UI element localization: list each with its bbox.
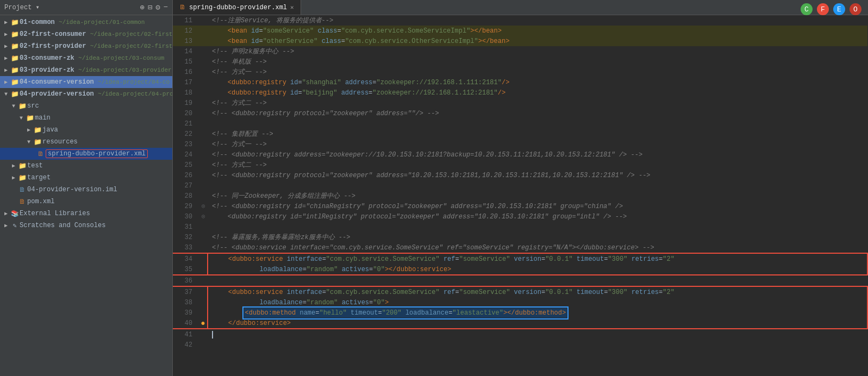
tab-label: spring-dubbo-provider.xml bbox=[189, 4, 287, 11]
sidebar-icon-collapse[interactable]: ⊟ bbox=[148, 3, 152, 12]
folder-icon: 📁 bbox=[33, 138, 42, 146]
code-line: <!-- 方式二 --> bbox=[208, 98, 867, 108]
sidebar-header: Project ▾ ⊕ ⊟ ⚙ − bbox=[0, 0, 172, 15]
sidebar-item-java[interactable]: ▶ 📁 java bbox=[0, 124, 172, 136]
arrow-icon: ▶ bbox=[10, 174, 17, 181]
sidebar-icon-sync[interactable]: ⊕ bbox=[140, 3, 144, 12]
arrow-icon: ▶ bbox=[2, 43, 10, 49]
sidebar-item-03-provider-zk[interactable]: ▶ 📁 03-provider-zk ~/idea-project/03-pro… bbox=[0, 64, 172, 76]
line-number: 37 bbox=[173, 286, 199, 297]
sidebar-item-label: pom.xml bbox=[27, 198, 54, 205]
table-row: 21 bbox=[173, 118, 867, 129]
sidebar-item-label: 02-first-consumer ~/idea-project/02-firs… bbox=[20, 30, 172, 38]
table-row: 32 <!-- 暴露服务,将服务暴露给zk服务中心 --> bbox=[173, 232, 867, 242]
line-marker bbox=[199, 118, 208, 129]
sidebar-item-external-libraries[interactable]: ▶ 📚 External Libraries bbox=[0, 208, 172, 220]
xml-file-icon: 🗎 bbox=[36, 150, 46, 158]
sidebar-item-scratches-consoles[interactable]: ▶ ✎ Scratches and Consoles bbox=[0, 220, 172, 231]
line-number: 35 bbox=[173, 264, 199, 275]
arrow-icon: ▶ bbox=[2, 55, 10, 61]
table-row: 29 ◎ <!-- <dubbo:registry id="chinaRegis… bbox=[173, 201, 867, 211]
line-marker: ◎ bbox=[199, 211, 208, 222]
sidebar-title: Project ▾ bbox=[4, 3, 140, 11]
line-number: 32 bbox=[173, 232, 199, 242]
table-row: 14 <!-- 声明zk服务中心 --> bbox=[173, 46, 867, 57]
edge-icon[interactable]: E bbox=[833, 3, 845, 15]
sidebar-icon-minus[interactable]: − bbox=[164, 3, 168, 12]
code-line: <!-- <dubbo:service interface="com.cyb.s… bbox=[208, 242, 867, 253]
line-number: 38 bbox=[173, 297, 199, 308]
sidebar-item-test[interactable]: ▶ 📁 test bbox=[0, 160, 172, 172]
line-marker bbox=[199, 160, 208, 170]
line-number: 29 bbox=[173, 201, 199, 211]
sidebar-item-label: src bbox=[27, 102, 39, 110]
editor-tab-spring-dubbo[interactable]: 🗎 spring-dubbo-provider.xml ✕ bbox=[173, 0, 301, 15]
sidebar-item-03-consumer-zk[interactable]: ▶ 📁 03-consumer-zk ~/idea-project/03-con… bbox=[0, 52, 172, 64]
sidebar-item-04-consumer-version[interactable]: ▶ 📁 04-consumer-version ~/idea-project/0… bbox=[0, 76, 172, 88]
line-number: 27 bbox=[173, 180, 199, 191]
sidebar-item-label: 01-common ~/idea-project/01-common bbox=[20, 18, 145, 26]
table-row: 17 <dubbo:registry id="shanghai" address… bbox=[173, 77, 867, 87]
folder-icon: 📁 bbox=[17, 102, 27, 110]
code-line: <!-- <dubbo:registry protocol="zookeeper… bbox=[208, 170, 867, 180]
sidebar-item-label: 03-provider-zk ~/idea-project/03-provide… bbox=[20, 66, 172, 74]
chrome-icon[interactable]: C bbox=[801, 3, 813, 15]
line-marker bbox=[199, 87, 208, 98]
folder-icon: 📁 bbox=[10, 54, 20, 62]
line-marker bbox=[199, 57, 208, 67]
line-number: 40 bbox=[173, 318, 199, 329]
sidebar-item-spring-dubbo-provider-xml[interactable]: 🗎 spring-dubbo-provider.xml bbox=[0, 148, 172, 160]
code-line: loadbalance="random" actives="0"> bbox=[208, 297, 867, 308]
firefox-icon[interactable]: F bbox=[817, 3, 829, 15]
code-line bbox=[208, 340, 867, 350]
code-line: <dubbo:method name="hello" timeout="200"… bbox=[208, 308, 867, 318]
sidebar-item-01-common[interactable]: ▶ 📁 01-common ~/idea-project/01-common bbox=[0, 16, 172, 28]
table-row: 22 <!-- 集群配置 --> bbox=[173, 129, 867, 139]
sidebar-item-main[interactable]: ▼ 📁 main bbox=[0, 112, 172, 124]
sidebar-item-resources[interactable]: ▼ 📁 resources bbox=[0, 136, 172, 148]
arrow-icon: ▼ bbox=[17, 115, 25, 121]
code-line: </dubbo:service> bbox=[208, 318, 867, 329]
table-row: 27 bbox=[173, 180, 867, 191]
sidebar-item-04-provider-version[interactable]: ▼ 📁 04-provider-version ~/idea-project/0… bbox=[0, 88, 172, 100]
sidebar-item-target[interactable]: ▶ 📁 target bbox=[0, 172, 172, 184]
sidebar-item-label: 03-consumer-zk ~/idea-project/03-consum bbox=[20, 54, 164, 62]
table-row: 33 <!-- <dubbo:service interface="com.cy… bbox=[173, 242, 867, 253]
code-line: <!-- 声明zk服务中心 --> bbox=[208, 46, 867, 57]
sidebar-item-pom-xml[interactable]: 🗎 pom.xml bbox=[0, 196, 172, 208]
code-line: <!-- 单机版 --> bbox=[208, 57, 867, 67]
sidebar-item-02-first-provider[interactable]: ▶ 📁 02-first-provider ~/idea-project/02-… bbox=[0, 40, 172, 52]
table-row: 24 <!-- <dubbo:registry address="zookeep… bbox=[173, 149, 867, 160]
sidebar-item-src[interactable]: ▼ 📁 src bbox=[0, 100, 172, 112]
opera-icon[interactable]: O bbox=[850, 3, 861, 15]
folder-icon: 📁 bbox=[17, 174, 27, 182]
arrow-icon: ▶ bbox=[2, 210, 10, 217]
editor-content[interactable]: 11 <!--注册Service, 将服务的提供者--> 12 <bean id… bbox=[173, 15, 868, 376]
table-row: 39 <dubbo:method name="hello" timeout="2… bbox=[173, 308, 867, 318]
sidebar-item-02-first-consumer[interactable]: ▶ 📁 02-first-consumer ~/idea-project/02-… bbox=[0, 28, 172, 40]
line-number: 22 bbox=[173, 129, 199, 139]
table-row: 40 ● </dubbo:service> bbox=[173, 318, 867, 329]
line-marker bbox=[199, 222, 208, 232]
code-line: <bean id="otherService" class="com.cyb.s… bbox=[208, 36, 867, 46]
arrow-icon: ▼ bbox=[25, 139, 33, 145]
sidebar-header-icons[interactable]: ⊕ ⊟ ⚙ − bbox=[140, 3, 168, 12]
table-row: 15 <!-- 单机版 --> bbox=[173, 57, 867, 67]
tab-close-button[interactable]: ✕ bbox=[290, 4, 294, 11]
code-line: <!-- 方式一 --> bbox=[208, 67, 867, 77]
line-marker bbox=[199, 232, 208, 242]
sidebar-item-label: 04-consumer-version ~/idea-project/04-co bbox=[20, 78, 170, 86]
xml-file-icon: 🗎 bbox=[17, 198, 27, 206]
line-number: 14 bbox=[173, 46, 199, 57]
line-marker bbox=[199, 308, 208, 318]
line-number: 16 bbox=[173, 67, 199, 77]
arrow-icon: ▼ bbox=[10, 103, 17, 109]
sidebar-item-iml[interactable]: 🗎 04-provider-version.iml bbox=[0, 184, 172, 196]
table-row: 41 bbox=[173, 329, 867, 340]
sidebar-icon-gear[interactable]: ⚙ bbox=[155, 3, 160, 12]
browser-icons-toolbar: C F E O bbox=[801, 3, 861, 15]
line-number: 41 bbox=[173, 329, 199, 340]
line-number: 12 bbox=[173, 26, 199, 36]
table-row: 11 <!--注册Service, 将服务的提供者--> bbox=[173, 15, 867, 26]
code-line: <dubbo:registry id="shanghai" address="z… bbox=[208, 77, 867, 87]
